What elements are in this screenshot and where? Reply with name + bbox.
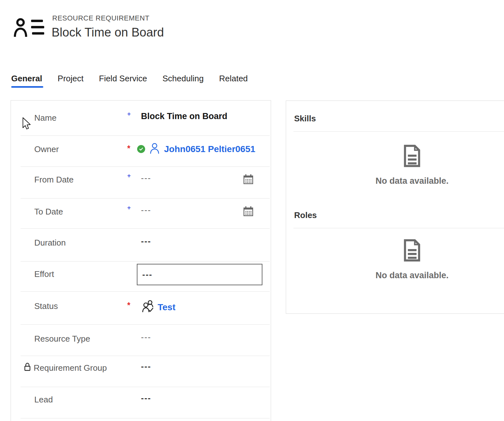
entity-type-label: RESOURCE REQUIREMENT <box>52 14 149 22</box>
section-divider <box>293 228 504 228</box>
form-row-lead: Lead--- <box>11 387 271 418</box>
field-label: Resource Type <box>34 334 90 344</box>
form-row-owner: Owner*John0651 Peltier0651 <box>11 136 271 167</box>
empty-value[interactable]: --- <box>141 332 151 342</box>
empty-value[interactable]: --- <box>141 236 151 246</box>
required-marker: * <box>127 301 130 310</box>
field-label: From Date <box>34 175 74 185</box>
owner-link[interactable]: John0651 Peltier0651 <box>164 144 255 154</box>
field-label: Duration <box>34 238 66 248</box>
page-title: Block Time on Board <box>52 26 164 39</box>
section-divider <box>293 131 504 132</box>
general-form-panel: Name+Block Time on BoardOwner*John0651 P… <box>11 100 271 421</box>
field-label: Status <box>34 301 58 311</box>
tab-field-service[interactable]: Field Service <box>99 74 147 88</box>
resource-requirement-icon <box>14 18 44 39</box>
field-value-name[interactable]: Block Time on Board <box>141 111 227 121</box>
lock-icon <box>24 362 31 372</box>
form-row-effort: Effort--- <box>11 262 271 292</box>
field-value-from-date[interactable]: --- <box>141 173 151 183</box>
empty-message: No data available. <box>286 176 504 186</box>
empty-state-skills: No data available. <box>286 145 504 186</box>
section-title-skills: Skills <box>294 114 316 124</box>
calendar-icon[interactable] <box>243 206 254 218</box>
field-value-status[interactable]: Test <box>142 300 176 314</box>
field-value-owner[interactable]: John0651 Peltier0651 <box>137 143 255 155</box>
status-link[interactable]: Test <box>158 302 176 312</box>
form-row-status: Status*Test <box>11 292 271 325</box>
field-label: Owner <box>34 144 59 154</box>
tab-related[interactable]: Related <box>219 74 248 88</box>
field-label: Name <box>34 113 56 123</box>
effort-input[interactable]: --- <box>137 264 262 285</box>
skills-roles-panel: SkillsNo data available.RolesNo data ava… <box>286 101 504 314</box>
form-row-resource-type: Resource Type--- <box>11 325 271 356</box>
name-value[interactable]: Block Time on Board <box>141 111 227 121</box>
field-value-resource-type[interactable]: --- <box>141 332 151 342</box>
tab-project[interactable]: Project <box>58 74 84 88</box>
effort-value[interactable]: --- <box>142 270 153 279</box>
field-label: Requirement Group <box>34 363 107 373</box>
empty-value[interactable]: --- <box>141 173 151 183</box>
field-label: Effort <box>34 269 54 279</box>
empty-message: No data available. <box>286 271 504 280</box>
person-icon <box>150 143 160 155</box>
calendar-icon[interactable] <box>243 174 254 186</box>
empty-value[interactable]: --- <box>141 205 151 215</box>
tab-scheduling[interactable]: Scheduling <box>162 74 204 88</box>
resource-requirement-page: RESOURCE REQUIREMENT Block Time on Board… <box>0 0 504 421</box>
row-divider <box>21 418 270 418</box>
people-check-icon <box>142 300 154 314</box>
form-row-duration: Duration--- <box>11 229 271 262</box>
recommended-marker: + <box>127 110 131 117</box>
required-marker: * <box>127 144 130 153</box>
form-row-requirement-group: Requirement Group--- <box>11 356 271 387</box>
form-row-name: Name+Block Time on Board <box>11 101 271 136</box>
recommended-marker: + <box>127 204 131 211</box>
field-value-lead[interactable]: --- <box>141 393 151 403</box>
form-row-to-date: To Date+--- <box>11 198 271 229</box>
empty-state-roles: No data available. <box>286 239 504 280</box>
section-title-roles: Roles <box>294 210 317 220</box>
form-tabs: GeneralProjectField ServiceSchedulingRel… <box>11 74 248 88</box>
field-value-to-date[interactable]: --- <box>141 205 151 215</box>
recommended-marker: + <box>127 172 131 179</box>
empty-value[interactable]: --- <box>141 361 151 371</box>
empty-value[interactable]: --- <box>141 393 151 403</box>
verified-check-icon <box>137 145 145 153</box>
field-label: To Date <box>34 207 63 217</box>
field-label: Lead <box>34 395 53 405</box>
form-row-from-date: From Date+--- <box>11 167 271 198</box>
tab-general[interactable]: General <box>11 74 42 88</box>
field-value-duration[interactable]: --- <box>141 236 151 246</box>
field-value-requirement-group[interactable]: --- <box>141 361 151 371</box>
